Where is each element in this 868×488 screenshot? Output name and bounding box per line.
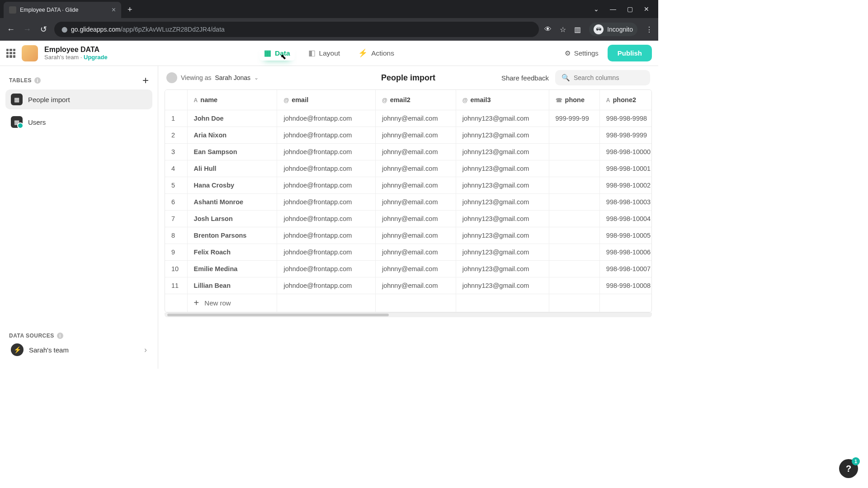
back-button[interactable]: ← — [5, 25, 16, 34]
cell-phone2[interactable]: 998-998-10007 — [599, 260, 652, 277]
cell-email2[interactable]: johnny@email.com — [375, 193, 456, 210]
sidebar-table-item[interactable]: ▦People import — [5, 89, 152, 109]
incognito-indicator-icon[interactable]: 👁 — [544, 25, 552, 33]
cell-phone[interactable] — [549, 260, 599, 277]
column-header-phone2[interactable]: Aphone2 — [599, 90, 652, 110]
table-row[interactable]: 6Ashanti Monroejohndoe@frontapp.comjohnn… — [165, 193, 652, 210]
cell-email3[interactable]: johnny123@gmail.com — [456, 260, 549, 277]
cell-name[interactable]: Josh Larson — [187, 210, 277, 227]
cell-name[interactable]: John Doe — [187, 110, 277, 127]
cell-email[interactable]: johndoe@frontapp.com — [277, 260, 376, 277]
cell-phone2[interactable]: 998-998-10000 — [599, 143, 652, 160]
cell-name[interactable]: Emilie Medina — [187, 260, 277, 277]
cell-email3[interactable]: johnny123@gmail.com — [456, 110, 549, 127]
bookmark-icon[interactable]: ☆ — [560, 25, 566, 34]
cell-phone2[interactable]: 998-998-9998 — [599, 110, 652, 127]
table-row[interactable]: 8Brenton Parsonsjohndoe@frontapp.comjohn… — [165, 227, 652, 244]
cell-phone[interactable]: 999-999-99 — [549, 110, 599, 127]
cell-phone2[interactable]: 998-998-10008 — [599, 277, 652, 294]
sidebar-table-item[interactable]: ▦Users — [5, 112, 152, 132]
column-header-phone[interactable]: ☎phone — [549, 90, 599, 110]
cell-email3[interactable]: johnny123@gmail.com — [456, 143, 549, 160]
url-input[interactable]: ⬤ go.glideapps.com/app/6pZkAvWLuzZR28Dd2… — [54, 22, 539, 37]
tab-actions[interactable]: ⚡Actions — [358, 48, 394, 58]
cell-name[interactable]: Aria Nixon — [187, 127, 277, 143]
new-row-button[interactable]: +New row — [194, 298, 271, 308]
cell-email2[interactable]: johnny@email.com — [375, 143, 456, 160]
cell-email2[interactable]: johnny@email.com — [375, 127, 456, 143]
table-row[interactable]: 7Josh Larsonjohndoe@frontapp.comjohnny@e… — [165, 210, 652, 227]
table-row[interactable]: 2Aria Nixonjohndoe@frontapp.comjohnny@em… — [165, 127, 652, 143]
cell-email3[interactable]: johnny123@gmail.com — [456, 227, 549, 244]
cell-name[interactable]: Ean Sampson — [187, 143, 277, 160]
cell-email3[interactable]: johnny123@gmail.com — [456, 177, 549, 193]
table-row[interactable]: 4Ali Hulljohndoe@frontapp.comjohnny@emai… — [165, 160, 652, 177]
cell-phone[interactable] — [549, 210, 599, 227]
info-icon[interactable]: i — [57, 333, 63, 339]
browser-tab[interactable]: Employee DATA · Glide × — [4, 2, 121, 18]
tab-dropdown-icon[interactable]: ⌄ — [594, 5, 599, 13]
tab-close-icon[interactable]: × — [112, 6, 116, 14]
cell-phone[interactable] — [549, 277, 599, 294]
cell-email2[interactable]: johnny@email.com — [375, 110, 456, 127]
publish-button[interactable]: Publish — [608, 45, 652, 61]
cell-name[interactable]: Brenton Parsons — [187, 227, 277, 244]
cell-email[interactable]: johndoe@frontapp.com — [277, 277, 376, 294]
extensions-icon[interactable]: ▥ — [574, 25, 581, 34]
cell-email2[interactable]: johnny@email.com — [375, 244, 456, 260]
cell-phone[interactable] — [549, 177, 599, 193]
cell-phone2[interactable]: 998-998-10001 — [599, 160, 652, 177]
cell-email2[interactable]: johnny@email.com — [375, 177, 456, 193]
cell-phone[interactable] — [549, 143, 599, 160]
minimize-button[interactable]: — — [610, 5, 616, 13]
cell-name[interactable]: Ashanti Monroe — [187, 193, 277, 210]
cell-phone[interactable] — [549, 244, 599, 260]
cell-email[interactable]: johndoe@frontapp.com — [277, 160, 376, 177]
cell-phone2[interactable]: 998-998-10006 — [599, 244, 652, 260]
new-row[interactable]: +New row — [165, 294, 652, 312]
table-row[interactable]: 1John Doejohndoe@frontapp.comjohnny@emai… — [165, 110, 652, 127]
cell-email[interactable]: johndoe@frontapp.com — [277, 143, 376, 160]
maximize-button[interactable]: ▢ — [627, 5, 633, 13]
cell-phone2[interactable]: 998-998-10005 — [599, 227, 652, 244]
cell-phone2[interactable]: 998-998-10004 — [599, 210, 652, 227]
cell-email3[interactable]: johnny123@gmail.com — [456, 193, 549, 210]
cell-email3[interactable]: johnny123@gmail.com — [456, 160, 549, 177]
cell-phone[interactable] — [549, 127, 599, 143]
cell-name[interactable]: Felix Roach — [187, 244, 277, 260]
cell-name[interactable]: Lillian Bean — [187, 277, 277, 294]
new-tab-button[interactable]: + — [121, 1, 139, 18]
table-row[interactable]: 5Hana Crosbyjohndoe@frontapp.comjohnny@e… — [165, 177, 652, 193]
search-columns-input[interactable] — [574, 74, 644, 81]
upgrade-link[interactable]: Upgrade — [84, 54, 108, 61]
cell-phone[interactable] — [549, 193, 599, 210]
table-row[interactable]: 9Felix Roachjohndoe@frontapp.comjohnny@e… — [165, 244, 652, 260]
reload-button[interactable]: ↻ — [38, 24, 49, 34]
cell-email3[interactable]: johnny123@gmail.com — [456, 127, 549, 143]
cell-email2[interactable]: johnny@email.com — [375, 160, 456, 177]
table-row[interactable]: 10Emilie Medinajohndoe@frontapp.comjohnn… — [165, 260, 652, 277]
cell-email[interactable]: johndoe@frontapp.com — [277, 110, 376, 127]
incognito-badge[interactable]: 🕶 Incognito — [589, 23, 637, 36]
cell-name[interactable]: Ali Hull — [187, 160, 277, 177]
tab-data[interactable]: ▦Data — [259, 46, 295, 61]
settings-link[interactable]: ⚙Settings — [565, 49, 599, 57]
cell-phone[interactable] — [549, 227, 599, 244]
close-window-button[interactable]: ✕ — [644, 5, 649, 13]
column-header-email[interactable]: @email — [277, 90, 376, 110]
cell-email2[interactable]: johnny@email.com — [375, 277, 456, 294]
cell-phone2[interactable]: 998-998-10002 — [599, 177, 652, 193]
viewing-as-dropdown[interactable]: Viewing as Sarah Jonas ⌄ — [166, 72, 259, 83]
column-header-email3[interactable]: @email3 — [456, 90, 549, 110]
cell-email2[interactable]: johnny@email.com — [375, 210, 456, 227]
forward-button[interactable]: → — [22, 25, 33, 34]
cell-email[interactable]: johndoe@frontapp.com — [277, 227, 376, 244]
tab-layout[interactable]: ◧Layout — [308, 48, 340, 58]
browser-menu-icon[interactable]: ⋮ — [646, 25, 653, 34]
cell-email3[interactable]: johnny123@gmail.com — [456, 244, 549, 260]
column-header-name[interactable]: Aname — [187, 90, 277, 110]
site-info-icon[interactable]: ⬤ — [61, 26, 67, 33]
cell-email[interactable]: johndoe@frontapp.com — [277, 193, 376, 210]
add-table-button[interactable]: + — [142, 74, 149, 87]
table-row[interactable]: 11Lillian Beanjohndoe@frontapp.comjohnny… — [165, 277, 652, 294]
